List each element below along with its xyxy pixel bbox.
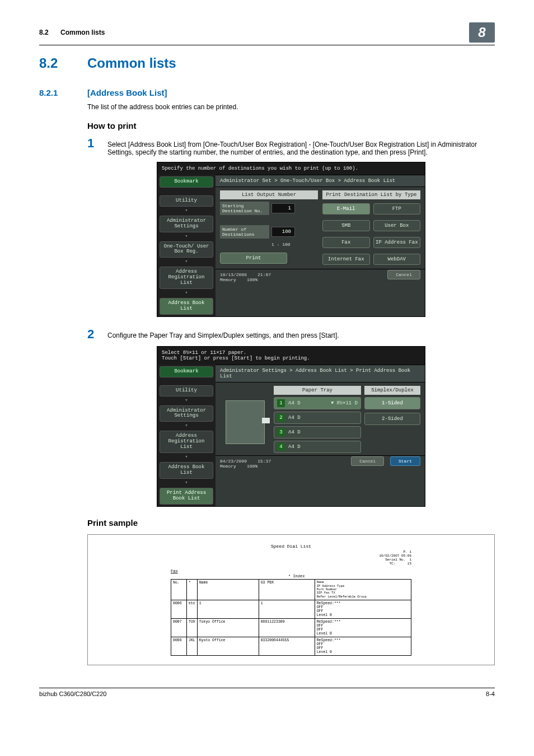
sheet-fax-label: Fax: [171, 569, 411, 573]
admin-settings-button[interactable]: Administrator Settings: [160, 216, 213, 232]
panel2-breadcrumb: Administrator Settings > Address Book Li…: [216, 365, 425, 382]
num-dest-value[interactable]: 100: [271, 227, 295, 237]
cancel-button[interactable]: Cancel: [387, 270, 420, 279]
panel2-sidebar: Bookmark Utility ▾ Administrator Setting…: [157, 365, 216, 506]
print-addr-book-list-button[interactable]: Print Address Book List: [160, 488, 213, 505]
two-sided-button[interactable]: 2-Sided: [364, 413, 420, 425]
panel1-date: 10/13/2008: [220, 272, 247, 277]
sheet-title: Speed Dial List: [171, 544, 411, 549]
addr-reg-list-button[interactable]: Address Registration List: [160, 267, 213, 289]
table-row: 0008 JKL Kyoto Office 0332006444555 ReSp…: [171, 637, 411, 655]
section-title: 8.2Common lists: [39, 55, 495, 71]
footer-left: bizhub C360/C280/C220: [39, 690, 106, 697]
panel-print-address-book-list: Select 8½×11 or 11×17 paper. Touch [Star…: [157, 346, 425, 507]
one-sided-button[interactable]: 1-Sided: [364, 397, 420, 409]
cancel-button[interactable]: Cancel: [351, 456, 384, 466]
type-fax-button[interactable]: Fax: [322, 237, 370, 248]
tray-4-button[interactable]: 4 A4 D: [274, 441, 361, 453]
panel1-breadcrumb: Administrator Set > One-Touch/User Box >…: [216, 175, 425, 187]
sheet-legend: Name IP Address Type Port Number SIP Fax…: [317, 581, 409, 599]
arrow-down-icon: ▾: [157, 422, 216, 428]
page-footer: bizhub C360/C280/C220 8-4: [39, 688, 495, 697]
panel1-mem-label: Memory: [220, 277, 236, 282]
type-userbox-button[interactable]: User Box: [373, 220, 421, 231]
duplex-header: Simplex/Duplex: [364, 386, 420, 395]
print-sample-sheet: Speed Dial List P. 1 10/02/2007 05:06 Se…: [87, 534, 495, 665]
table-row: 0007 TUV Tokyo Office 08911223309 ReSpee…: [171, 618, 411, 637]
start-button[interactable]: Start: [390, 456, 420, 466]
panel1-message: Specify the number of destinations you w…: [157, 162, 425, 175]
type-smb-button[interactable]: SMB: [322, 220, 370, 231]
sheet-meta: P. 1 10/02/2007 05:06 Serial No. 1 TC: 1…: [171, 550, 411, 566]
arrow-down-icon: ▾: [157, 233, 216, 239]
subsection-title: 8.2.1[Address Book List]: [39, 88, 495, 97]
type-ftp-button[interactable]: FTP: [373, 203, 421, 214]
addr-book-list-button[interactable]: Address Book List: [160, 462, 213, 479]
tray-1-button[interactable]: 1 A4 D ☛8½×11 D: [274, 397, 361, 409]
starting-dest-label: Starting Destination No.: [220, 202, 269, 215]
hand-icon: ☛: [331, 400, 334, 406]
type-webdav-button[interactable]: WebDAV: [373, 254, 421, 265]
type-ifax-button[interactable]: Internet Fax: [322, 254, 370, 265]
header-section-name: Common lists: [60, 29, 105, 36]
addr-book-list-button[interactable]: Address Book List: [160, 298, 213, 315]
range-label: 1 - 100: [220, 241, 318, 247]
bookmark-button[interactable]: Bookmark: [160, 176, 213, 188]
step-2: 2 Configure the Paper Tray and Simplex/D…: [87, 328, 495, 340]
list-output-label: List Output Number: [220, 190, 318, 199]
printer-icon: [226, 400, 265, 444]
intro-para: The list of the address book entries can…: [87, 103, 495, 111]
panel1-time: 21:07: [257, 272, 271, 277]
arrow-down-icon: ▾: [157, 207, 216, 213]
panel1-mem-value: 100%: [247, 277, 257, 282]
panel1-sidebar: Bookmark Utility ▾ Administrator Setting…: [157, 175, 216, 316]
arrow-down-icon: ▾: [157, 397, 216, 403]
step-1: 1 Select [Address Book List] from [One-T…: [87, 137, 495, 156]
arrow-down-icon: ▾: [157, 290, 216, 296]
num-dest-label: Number of Destinations: [220, 225, 269, 239]
footer-right: 8-4: [486, 690, 495, 697]
sheet-index-label: * Index: [288, 574, 411, 578]
paper-tray-header: Paper Tray: [274, 386, 361, 395]
addr-reg-list-button[interactable]: Address Registration List: [160, 431, 213, 453]
arrow-down-icon: ▾: [157, 454, 216, 460]
tray-2-button[interactable]: 2 A4 D: [274, 412, 361, 424]
tray-3-button[interactable]: 3 A4 D: [274, 426, 361, 438]
type-list-label: Print Destination List by Type: [322, 190, 420, 199]
panel-address-book-list: Specify the number of destinations you w…: [157, 162, 425, 317]
chapter-tab: 8: [469, 22, 495, 43]
panel2-mem-label: Memory: [220, 464, 236, 469]
header-section-no: 8.2: [39, 29, 49, 36]
type-email-button[interactable]: E-Mail: [322, 203, 370, 214]
panel2-time: 15:37: [257, 459, 271, 464]
utility-button[interactable]: Utility: [160, 195, 213, 207]
table-row: 0006 etc 1 1 ReSpeed:*** OFF OFF Level 0: [171, 600, 411, 618]
panel2-mem-value: 100%: [247, 464, 257, 469]
type-ipfax-button[interactable]: IP Address Fax: [373, 237, 421, 248]
bookmark-button[interactable]: Bookmark: [160, 366, 213, 377]
panel2-message: Select 8½×11 or 11×17 paper. Touch [Star…: [157, 347, 425, 365]
running-header: 8.2 Common lists 8: [39, 22, 495, 45]
panel2-date: 04/23/2009: [220, 459, 247, 464]
sheet-table: No. * Name G3 PBX Name IP Address Type P…: [171, 579, 411, 656]
print-sample-heading: Print sample: [87, 518, 495, 528]
onetouch-button[interactable]: One-Touch/ User Box Reg.: [160, 241, 213, 258]
howto-heading: How to print: [87, 121, 495, 130]
arrow-down-icon: ▾: [157, 479, 216, 486]
print-button[interactable]: Print: [220, 253, 287, 264]
admin-settings-button[interactable]: Administrator Settings: [160, 405, 213, 422]
arrow-down-icon: ▾: [157, 258, 216, 264]
utility-button[interactable]: Utility: [160, 385, 213, 396]
starting-dest-value[interactable]: 1: [271, 203, 295, 213]
